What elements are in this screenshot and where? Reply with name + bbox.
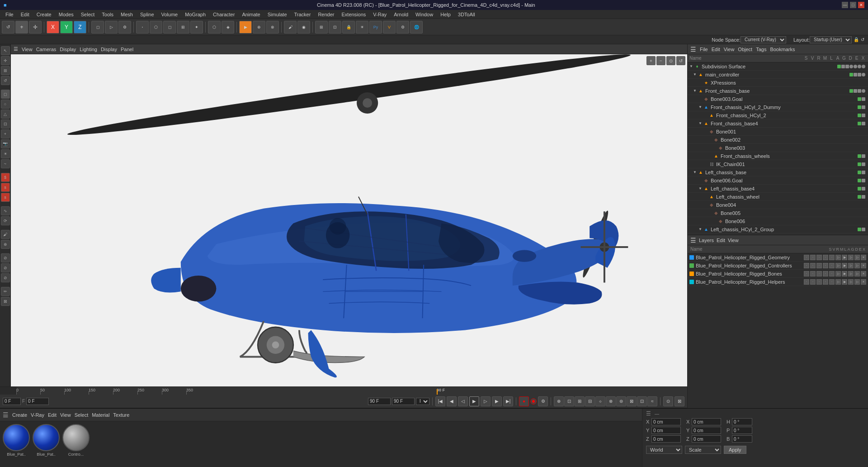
menu-simulate[interactable]: Simulate	[264, 11, 291, 18]
left-sculpt-tool[interactable]: ⊕	[1, 240, 10, 249]
material-swatch-3[interactable]: Contro...	[62, 424, 90, 457]
layer-a-bones[interactable]: ▷	[835, 271, 841, 276]
layer-geometry[interactable]: Blue_Patrol_Helicopter_Rigged_Geometry ·…	[688, 253, 868, 262]
left-rotate-tool[interactable]: ↺	[1, 76, 10, 85]
viewport-menu-view[interactable]: View	[22, 47, 33, 52]
tree-item-bone002[interactable]: ◆ Bone002	[688, 136, 868, 144]
render-region[interactable]: ⊕	[253, 21, 265, 33]
mat-view[interactable]: View	[60, 412, 71, 418]
menu-select[interactable]: Select	[77, 11, 99, 18]
apply-button[interactable]: Apply	[724, 446, 746, 454]
tree-item-bone006-goal[interactable]: ◆ Bone006.Goal	[688, 176, 868, 185]
settings-tool[interactable]: ⚙	[396, 21, 409, 33]
tree-arrow-14[interactable]: ▼	[693, 170, 698, 174]
left-scale-tool[interactable]: ⊞	[1, 66, 10, 75]
key-sel-button[interactable]: ⊡	[564, 396, 574, 406]
layer-v-bones[interactable]: ·	[810, 271, 816, 276]
light-tool[interactable]: ☀	[356, 21, 368, 33]
left-cone-tool[interactable]: △	[1, 110, 10, 119]
rotate-y-tool[interactable]: Y	[60, 21, 73, 33]
x-pos-input[interactable]	[651, 418, 681, 425]
om-bookmarks-label[interactable]: Bookmarks	[770, 47, 795, 52]
z-pos-input[interactable]	[651, 435, 681, 443]
menu-tools[interactable]: Tools	[98, 11, 117, 18]
layer-l-bones[interactable]: ·	[829, 271, 835, 276]
layer-v-helpers[interactable]: ·	[810, 279, 816, 285]
magnet-tool[interactable]: ⊡	[329, 21, 341, 33]
anim-extra2-button[interactable]: ⊠	[675, 396, 684, 406]
layer-controllers[interactable]: Blue_Patrol_Helicopter_Rigged_Controller…	[688, 262, 868, 270]
layer-g-ctrl[interactable]: ▶	[842, 263, 847, 268]
menu-window[interactable]: Window	[412, 11, 437, 18]
layer-d-helpers[interactable]: ▷	[848, 279, 854, 285]
render-settings[interactable]: ⚙	[118, 21, 131, 33]
viewport-menu-lighting[interactable]: Lighting	[80, 47, 97, 52]
tree-item-main-controller[interactable]: ▼ ▲ main_controller	[688, 71, 868, 79]
anim-mode[interactable]: ▷	[105, 21, 118, 33]
bevel-tool[interactable]: ◈	[222, 21, 234, 33]
model-mode[interactable]: ◻	[91, 21, 104, 33]
layer-x-helpers[interactable]: ✕	[861, 279, 866, 285]
snap-tool[interactable]: 🔒	[342, 21, 355, 33]
tree-item-subdivision-surface[interactable]: ▼ ♦ Subdivision Surface	[688, 62, 868, 71]
layer-s-helpers[interactable]: ·	[804, 279, 809, 285]
z-rot-input[interactable]	[692, 435, 721, 443]
viewport-menu-icon[interactable]: ☰	[14, 46, 18, 52]
coord-system-select[interactable]: World Local Object	[646, 446, 682, 454]
fps-input[interactable]	[392, 398, 415, 405]
viewport-home[interactable]: ⊙	[666, 56, 675, 65]
end-frame-input[interactable]	[368, 398, 391, 405]
left-cylinder-tool[interactable]: ⊡	[1, 119, 10, 129]
tree-item-bone006[interactable]: ◆ Bone006	[688, 217, 868, 225]
maximize-button[interactable]: □	[850, 2, 856, 8]
om-object-label[interactable]: Object	[738, 47, 752, 52]
menu-spline[interactable]: Spline	[137, 11, 158, 18]
motion-clip-button[interactable]: ⊟	[585, 396, 595, 406]
edge-mode[interactable]: ⬡	[150, 21, 162, 33]
layer-e-geo[interactable]: ▷	[854, 255, 860, 260]
layer-a-helpers[interactable]: ▷	[835, 279, 841, 285]
layer-x-geo[interactable]: ✕	[861, 255, 866, 260]
layer-v-geo[interactable]: ·	[810, 255, 816, 260]
menu-edit[interactable]: Edit	[17, 11, 33, 18]
layer-a-ctrl[interactable]: ▷	[835, 263, 841, 268]
layers-menu-edit[interactable]: Edit	[717, 238, 725, 243]
mat-material[interactable]: Material	[92, 412, 109, 418]
object-mode[interactable]: ⊞	[177, 21, 189, 33]
nodespace-select[interactable]: Current (V-Ray)	[741, 36, 786, 43]
tree-item-front-chassis-hcyl2-dummy[interactable]: ▼ ▲ Front_chassis_HCyl_2_Dummy	[688, 103, 868, 111]
tree-item-left-chassis-base4[interactable]: ▼ ▲ Left_chassis_base4	[688, 185, 868, 193]
close-button[interactable]: ✕	[858, 2, 864, 8]
b-input[interactable]	[732, 435, 752, 443]
layer-r-geo[interactable]: ·	[816, 255, 822, 260]
key-all-button[interactable]: ⊕	[554, 396, 564, 406]
goto-end-button[interactable]: ▶|	[503, 396, 513, 406]
x-rot-input[interactable]	[692, 418, 721, 425]
timeline-collapse-button[interactable]: ⊡	[637, 396, 647, 406]
layers-menu-layers[interactable]: Layers	[699, 238, 714, 243]
menu-extensions[interactable]: Extensions	[338, 11, 369, 18]
tree-item-front-chassis-hcyl2[interactable]: ▲ Front_chassis_HCyl_2	[688, 111, 868, 119]
timeline-expand-button[interactable]: ⊠	[627, 396, 637, 406]
left-spline-tool[interactable]: ~	[1, 159, 10, 168]
sculpt-tool[interactable]: ◉	[297, 21, 310, 33]
mat-create[interactable]: Create	[12, 412, 27, 418]
left-material-tool[interactable]: $	[1, 173, 10, 182]
transform-mode-select[interactable]: Scale Move Rotate	[685, 446, 721, 454]
rotate-x-tool[interactable]: X	[47, 21, 59, 33]
tree-arrow-16[interactable]: ▼	[698, 186, 703, 191]
p-input[interactable]	[732, 427, 752, 434]
viewport-reset[interactable]: ↺	[676, 56, 685, 65]
om-view-label[interactable]: View	[724, 47, 735, 52]
material-swatch-2[interactable]: Blue_Pat..	[33, 424, 60, 457]
tree-arrow-1[interactable]: ▼	[689, 64, 694, 68]
viewport-menu-cameras[interactable]: Cameras	[36, 47, 57, 52]
tree-item-front-chassis-wheels[interactable]: ▲ Front_chassis_wheels	[688, 152, 868, 160]
vray-tool[interactable]: V	[383, 21, 396, 33]
tree-item-bone005[interactable]: ◆ Bone005	[688, 209, 868, 217]
menu-mesh[interactable]: Mesh	[117, 11, 137, 18]
layer-m-geo[interactable]: ·	[823, 255, 828, 260]
layer-g-geo[interactable]: ▶	[842, 255, 847, 260]
poly-mode[interactable]: ◻	[163, 21, 176, 33]
layer-x-ctrl[interactable]: ✕	[861, 263, 866, 268]
